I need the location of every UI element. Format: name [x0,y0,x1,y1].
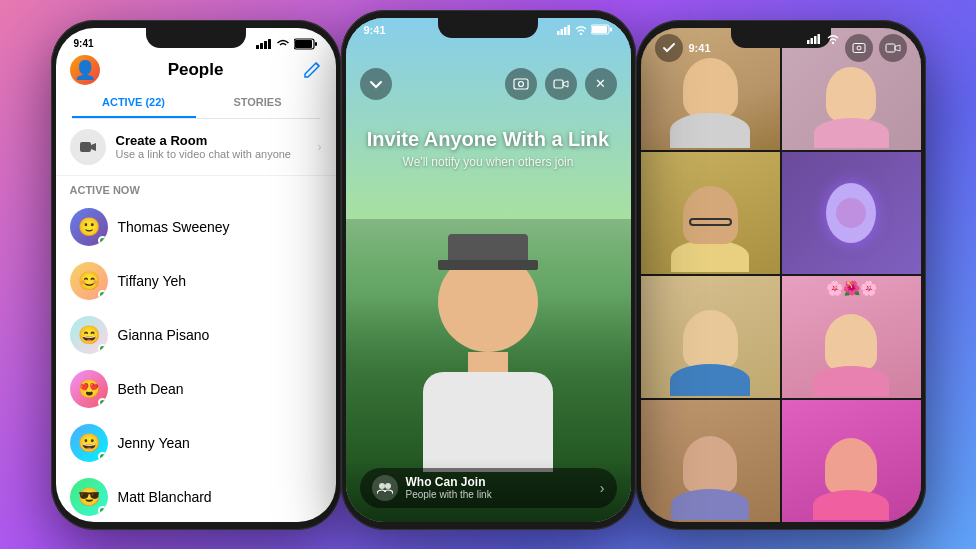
tab-active[interactable]: ACTIVE (22) [72,88,196,118]
who-chevron: › [600,480,605,496]
svg-rect-8 [557,31,560,35]
chevron-down-icon [369,78,383,90]
svg-rect-23 [817,34,820,44]
svg-point-16 [518,81,523,86]
avatar-thomas: 🙂 [70,208,108,246]
tab-stories[interactable]: STORIES [196,88,320,118]
invite-text-block: Invite Anyone With a Link We'll notify y… [346,108,631,458]
close-icon-middle: ✕ [595,76,606,91]
wifi-icon-middle [575,25,587,35]
video-overlay: 9:41 [346,18,631,522]
active-now-label: ACTIVE NOW [56,176,336,200]
video-icon-right [885,43,901,53]
list-item[interactable]: 😄 Gianna Pisano [56,308,336,362]
svg-rect-11 [567,25,570,35]
people-screen: 9:41 [56,28,336,522]
invite-title: Invite Anyone With a Link [367,128,609,151]
person-8-bg [782,400,921,522]
time-left: 9:41 [74,38,94,49]
svg-rect-2 [264,41,267,49]
avatar-tiffany: 😊 [70,262,108,300]
signal-icon-left [256,39,272,49]
header-avatar[interactable]: 👤 [70,55,100,85]
tab-bar: ACTIVE (22) STORIES [72,88,320,119]
contact-name-tiffany: Tiffany Yeh [118,273,187,289]
who-can-join-button[interactable]: Who Can Join People with the link › [360,468,617,508]
video-icon [553,78,569,90]
contact-name-matt: Matt Blanchard [118,489,212,505]
right-top-left: 9:41 [655,34,711,62]
svg-rect-17 [554,80,563,88]
svg-rect-6 [315,42,317,46]
svg-point-18 [379,483,385,489]
camera-button-right[interactable] [845,34,873,62]
create-room-row[interactable]: Create a Room Use a link to video chat w… [56,119,336,176]
online-dot [98,290,107,299]
person-1-body [670,113,750,148]
create-room-text: Create a Room Use a link to video chat w… [116,133,292,160]
notch-middle [438,18,538,38]
wifi-icon-left [276,39,290,49]
status-icons-left [256,38,318,50]
contact-name-thomas: Thomas Sweeney [118,219,230,235]
video-cell-5 [641,276,780,398]
close-button-middle[interactable]: ✕ [585,68,617,100]
camera-button-middle[interactable] [505,68,537,100]
time-middle: 9:41 [364,24,386,36]
contact-name-gianna: Gianna Pisano [118,327,210,343]
list-item[interactable]: 😊 Tiffany Yeh [56,254,336,308]
person-7-body [671,489,749,520]
svg-rect-5 [295,40,312,48]
who-can-join-text: Who Can Join People with the link [406,475,600,500]
people-header: 👤 People [56,56,336,88]
who-subtitle: People with the link [406,489,600,500]
video-cell-3 [641,152,780,274]
notch-left [146,28,246,48]
svg-rect-20 [807,40,810,44]
svg-rect-22 [814,36,817,44]
camera-icon [513,78,529,90]
person-6-head [825,314,877,370]
video-screen: 9:41 [346,18,631,522]
signal-icon-right [807,34,821,44]
list-item[interactable]: 😎 Matt Blanchard [56,470,336,522]
edit-icon[interactable] [302,60,322,80]
person-5-head [683,310,738,368]
svg-rect-14 [592,26,607,33]
phone-left-screen: 9:41 [56,28,336,522]
astronaut-helmet [826,183,876,243]
avatar-beth: 😍 [70,370,108,408]
signal-icon-middle [557,25,571,35]
online-dot [98,506,107,515]
video-cell-8 [782,400,921,522]
contact-name-beth: Beth Dean [118,381,184,397]
online-dot [98,452,107,461]
list-item[interactable]: 😀 Jenny Yean [56,416,336,470]
person-3-bg [641,152,780,274]
list-item[interactable]: 😍 Beth Dean [56,362,336,416]
person-5-bg [641,276,780,398]
video-cell-7 [641,400,780,522]
create-room-label: Create a Room [116,133,292,148]
video-button-right[interactable] [879,34,907,62]
back-button-right[interactable] [655,34,683,62]
back-button-middle[interactable] [360,68,392,100]
person-6-bg: 🌸🌺🌸 [782,276,921,398]
svg-rect-26 [886,44,895,52]
people-group-icon [377,482,393,494]
phones-container: 9:41 [0,0,976,549]
person-7-head [683,436,737,493]
video-top-bar: ✕ [346,36,631,108]
wifi-icon-right [827,34,839,44]
people-title: People [168,60,224,80]
video-button-middle[interactable] [545,68,577,100]
online-dot [98,344,107,353]
svg-rect-1 [260,43,263,49]
right-top-icons [807,34,907,62]
invite-subtitle: We'll notify you when others join [403,155,574,169]
phone-right-screen: 9:41 [641,28,921,522]
battery-icon-middle [591,24,613,35]
video-bottom-bar: Who Can Join People with the link › [346,458,631,522]
list-item[interactable]: 🙂 Thomas Sweeney [56,200,336,254]
status-icons-middle [557,24,613,35]
